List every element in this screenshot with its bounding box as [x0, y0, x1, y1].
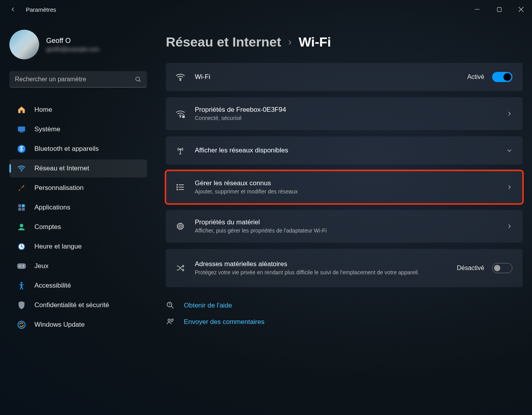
bluetooth-icon: [16, 144, 27, 154]
search-icon: [135, 76, 142, 83]
apps-icon: [16, 202, 27, 213]
sidebar-item-accessibility[interactable]: Accessibilité: [9, 277, 147, 295]
svg-line-5: [139, 80, 140, 81]
close-icon: [518, 7, 524, 12]
sidebar-item-label: Bluetooth et appareils: [34, 145, 99, 153]
card-show-networks[interactable]: Afficher les réseaux disponibles: [166, 136, 523, 165]
svg-point-22: [180, 116, 181, 117]
wifi-lock-icon: [174, 109, 187, 119]
sidebar-item-network[interactable]: Réseau et Internet: [9, 159, 147, 177]
card-title: Adresses matérielles aléatoires: [195, 260, 451, 268]
svg-rect-11: [22, 204, 25, 208]
antenna-icon: [174, 146, 187, 155]
card-title: Wi-Fi: [195, 73, 467, 81]
help-icon: [166, 301, 175, 310]
svg-rect-10: [18, 204, 22, 208]
back-button[interactable]: [9, 5, 17, 14]
window-title: Paramètres: [26, 6, 56, 13]
wifi-toggle[interactable]: [492, 72, 512, 82]
svg-rect-13: [22, 208, 25, 211]
svg-point-27: [177, 187, 178, 188]
mac-toggle[interactable]: [492, 263, 512, 273]
svg-point-35: [168, 319, 170, 321]
card-hardware-properties[interactable]: Propriétés du matériel Afficher, puis gé…: [166, 210, 523, 243]
svg-rect-1: [497, 7, 501, 11]
breadcrumb-current: Wi-Fi: [298, 34, 331, 50]
sidebar-item-label: Réseau et Internet: [34, 165, 89, 172]
sidebar-item-privacy[interactable]: Confidentialité et sécurité: [9, 296, 147, 314]
svg-rect-6: [18, 127, 25, 132]
card-random-mac[interactable]: Adresses matérielles aléatoires Protégez…: [166, 249, 523, 287]
wifi-status: Activé: [467, 73, 484, 80]
sidebar-item-home[interactable]: Home: [9, 101, 147, 119]
link-feedback[interactable]: Envoyer des commentaires: [166, 318, 523, 326]
svg-rect-31: [178, 224, 183, 229]
card-title: Gérer les réseaux connus: [195, 179, 506, 187]
breadcrumb: Réseau et Internet › Wi-Fi: [166, 34, 523, 50]
card-manage-networks[interactable]: Gérer les réseaux connus Ajouter, suppri…: [166, 171, 523, 204]
shield-icon: [16, 300, 27, 310]
search-box[interactable]: [9, 71, 147, 88]
mac-status: Désactivé: [457, 265, 484, 272]
accounts-icon: [16, 222, 27, 232]
link-label: Obtenir de l'aide: [184, 302, 232, 309]
arrow-left-icon: [9, 6, 16, 13]
sidebar-item-time-language[interactable]: Heure et langue: [9, 238, 147, 256]
svg-point-29: [177, 189, 178, 190]
maximize-button[interactable]: [488, 0, 510, 19]
accessibility-icon: [16, 281, 27, 291]
sidebar-item-label: Accessibilité: [34, 282, 71, 290]
link-label: Envoyer des commentaires: [184, 318, 264, 326]
svg-point-14: [20, 224, 23, 227]
sidebar-item-label: Applications: [34, 204, 70, 211]
sidebar: Geoff O geoffo@example.com Home Système: [0, 19, 156, 415]
minimize-button[interactable]: [466, 0, 488, 19]
maximize-icon: [497, 7, 502, 12]
svg-point-8: [18, 145, 25, 153]
clock-icon: [16, 241, 27, 252]
svg-point-17: [23, 265, 24, 266]
svg-point-18: [23, 267, 24, 268]
gamepad-icon: [16, 261, 27, 271]
search-input[interactable]: [15, 76, 135, 83]
avatar: [9, 30, 39, 59]
sidebar-item-bluetooth[interactable]: Bluetooth et appareils: [9, 140, 147, 158]
wifi-icon: [16, 163, 27, 174]
sidebar-item-gaming[interactable]: Jeux: [9, 257, 147, 275]
close-button[interactable]: [510, 0, 532, 19]
svg-point-20: [18, 321, 25, 328]
sidebar-item-label: Comptes: [34, 223, 61, 231]
sidebar-item-windows-update[interactable]: Windows Update: [9, 316, 147, 334]
svg-point-4: [136, 77, 140, 81]
home-icon: [16, 105, 27, 115]
list-icon: [174, 182, 187, 192]
sidebar-item-apps[interactable]: Applications: [9, 199, 147, 216]
profile-name: Geoff O: [46, 37, 99, 45]
sidebar-item-label: Heure et langue: [34, 243, 82, 250]
sidebar-item-personalization[interactable]: Personnalisation: [9, 179, 147, 197]
svg-rect-32: [180, 225, 182, 227]
brush-icon: [16, 183, 27, 193]
update-icon: [16, 320, 27, 330]
sidebar-item-label: Home: [34, 106, 52, 114]
sidebar-item-accounts[interactable]: Comptes: [9, 218, 147, 236]
card-subtitle: Protégez votre vie privée en rendant plu…: [195, 269, 451, 276]
card-network-properties[interactable]: Propriétés de Freebox-0E3F94 Connecté, s…: [166, 97, 523, 130]
svg-point-21: [180, 79, 181, 80]
svg-point-19: [21, 282, 23, 284]
card-wifi-toggle[interactable]: Wi-Fi Activé: [166, 63, 523, 91]
svg-rect-23: [182, 116, 185, 118]
sidebar-item-system[interactable]: Système: [9, 120, 147, 138]
svg-point-24: [180, 149, 181, 150]
card-title: Afficher les réseaux disponibles: [195, 147, 506, 154]
shuffle-icon: [174, 263, 187, 273]
profile-email: geoffo@example.com: [46, 46, 99, 52]
chevron-right-icon: [506, 184, 512, 190]
link-get-help[interactable]: Obtenir de l'aide: [166, 301, 523, 310]
nav: Home Système Bluetooth et appareils Rése…: [9, 101, 147, 334]
profile[interactable]: Geoff O geoffo@example.com: [9, 30, 147, 59]
sidebar-item-label: Système: [34, 125, 60, 133]
chevron-down-icon: [506, 147, 512, 154]
sidebar-item-label: Personnalisation: [34, 184, 84, 192]
breadcrumb-parent[interactable]: Réseau et Internet: [166, 34, 281, 50]
